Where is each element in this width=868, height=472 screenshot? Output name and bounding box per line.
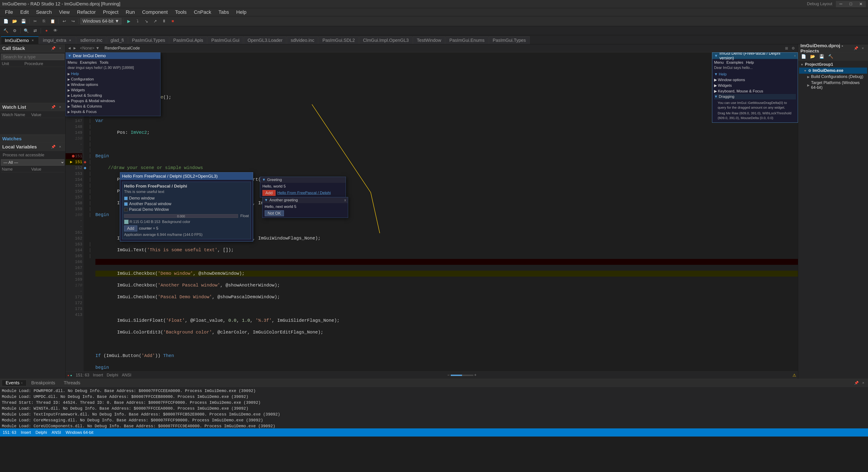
imgui-section-layout[interactable]: ▶ Layout & Scrolling bbox=[68, 93, 158, 98]
redo-button[interactable]: ↪ bbox=[69, 18, 77, 25]
pt-exe[interactable]: ▼ ⚙ ImGuiDemo.exe bbox=[799, 68, 867, 74]
editor-none-dropdown[interactable]: <None> ▼ bbox=[80, 46, 100, 51]
menu-project[interactable]: Project bbox=[100, 8, 122, 16]
bottom-content[interactable]: Module Load: POWRPROF.dll. No Debug Info… bbox=[0, 387, 868, 429]
tab-pasimgui-types2[interactable]: PasImGui.Types bbox=[489, 36, 530, 44]
step-over-button[interactable]: ⤵ bbox=[133, 18, 142, 25]
minimize-button[interactable]: ─ bbox=[836, 1, 846, 7]
imgui-section-config[interactable]: ▶ Configuration bbox=[68, 76, 158, 82]
hello-checkbox-pascal[interactable]: Another Pascal window bbox=[124, 201, 249, 207]
paste-button[interactable]: 📋 bbox=[49, 18, 57, 25]
delphi-section-widgets[interactable]: ▶ Widgets bbox=[714, 83, 796, 88]
imgui-section-widgets[interactable]: ▶ Widgets bbox=[68, 88, 158, 93]
menu-run[interactable]: Run bbox=[123, 8, 138, 16]
menu-view[interactable]: View bbox=[56, 8, 73, 16]
zoom-minus[interactable]: − bbox=[447, 373, 450, 378]
tab-pasimgui-enums[interactable]: PasImGui.Enums bbox=[445, 36, 489, 44]
projects-build[interactable]: 🔨 bbox=[827, 53, 835, 60]
build-button[interactable]: 🔨 bbox=[2, 27, 10, 34]
imgui-section-inputs[interactable]: ▶ Inputs & Focus bbox=[68, 109, 158, 115]
another-greeting-close[interactable]: x bbox=[344, 198, 346, 202]
pt-platforms[interactable]: ▶ Target Platforms (Windows 64-bit) bbox=[799, 80, 867, 91]
close-button[interactable]: ✕ bbox=[856, 1, 866, 7]
tab-pasimgui-apis[interactable]: PasImGui.Apis bbox=[169, 36, 207, 44]
tab-opengl3[interactable]: OpenGL3.Loader bbox=[244, 36, 286, 44]
menu-search[interactable]: Search bbox=[33, 8, 55, 16]
tab-imguidence[interactable]: ImGuiDemo × bbox=[1, 36, 39, 44]
menu-edit[interactable]: Edit bbox=[17, 8, 32, 16]
imgui-section-help[interactable]: ▶ Help bbox=[68, 71, 158, 76]
search-button[interactable]: 🔍 bbox=[22, 27, 30, 34]
code-editor[interactable]: ▶ 136 137 138 139 140 141 142 143 144 14… bbox=[66, 53, 798, 372]
menu-tabs[interactable]: Tabs bbox=[215, 8, 232, 16]
replace-button[interactable]: ⇄ bbox=[31, 27, 39, 34]
compile-button[interactable]: ⚙ bbox=[11, 27, 19, 34]
editor-split[interactable]: ⊞ bbox=[783, 46, 789, 51]
another-greeting-popup[interactable]: ▼ Another greeting x Hello, next world 5… bbox=[262, 197, 348, 218]
step-out-button[interactable]: ↗ bbox=[151, 18, 159, 25]
tab-testwindow[interactable]: TestWindow bbox=[413, 36, 445, 44]
hello-checkbox-demo-window[interactable]: Pascal Demo Window bbox=[124, 207, 249, 212]
tab-pasimgui-sdl2[interactable]: PasImGui.SDL2 bbox=[318, 36, 359, 44]
delphi-section-help[interactable]: ▼ Help bbox=[714, 72, 796, 77]
greeting-add-button[interactable]: Add bbox=[262, 190, 276, 196]
menu-file[interactable]: File bbox=[2, 8, 16, 16]
step-into-button[interactable]: ↘ bbox=[143, 18, 151, 25]
pt-group[interactable]: ▼ ProjectGroup1 bbox=[799, 61, 867, 68]
copy-button[interactable]: ⎘ bbox=[40, 18, 48, 25]
tab-pasimgui-gui[interactable]: PasImGui.Gui bbox=[208, 36, 243, 44]
float-slider[interactable]: 0.000 bbox=[124, 214, 238, 218]
cut-button[interactable]: ✂ bbox=[31, 18, 39, 25]
menu-component[interactable]: Component bbox=[139, 8, 171, 16]
bottom-panel-close[interactable]: × bbox=[860, 380, 866, 385]
not-ok-button[interactable]: Not OK bbox=[265, 210, 284, 216]
tab-glad[interactable]: glad_fi bbox=[107, 36, 128, 44]
delphi-close[interactable]: × bbox=[794, 54, 796, 58]
imgui-demo-delphi[interactable]: ▼ ImGui Demo (FreePascal / Delphi versio… bbox=[712, 53, 798, 123]
projects-open[interactable]: 📂 bbox=[809, 53, 817, 60]
imgui-section-tables[interactable]: ▶ Tables & Columns bbox=[68, 104, 158, 109]
hello-popup[interactable]: Hello From FreePascal / Delphi (SDL2+Ope… bbox=[120, 172, 253, 242]
projects-save[interactable]: 💾 bbox=[817, 53, 826, 60]
pause-button[interactable]: ⏸ bbox=[160, 18, 168, 25]
tab-clmgui[interactable]: ClmGui.Impl.OpenGL3 bbox=[359, 36, 412, 44]
open-button[interactable]: 📂 bbox=[11, 18, 19, 25]
imgui-demo-popup[interactable]: ▼ Dear ImGui Demo Menu Examples Tools de… bbox=[66, 53, 160, 116]
zoom-slider[interactable] bbox=[451, 375, 473, 376]
run-button[interactable]: ▶ bbox=[125, 18, 133, 25]
add-button[interactable]: Add bbox=[124, 225, 137, 231]
bottom-panel-pin[interactable]: 📌 bbox=[854, 380, 860, 385]
watch-list-pin[interactable]: 📌 bbox=[51, 105, 56, 109]
pt-build[interactable]: ▶ Build Configurations (Debug) bbox=[799, 74, 867, 80]
delphi-section-window[interactable]: ▶ Window options bbox=[714, 77, 796, 83]
menu-help[interactable]: Help bbox=[233, 8, 250, 16]
tab-events[interactable]: Events × bbox=[2, 380, 26, 386]
editor-nav-forward[interactable]: ► bbox=[73, 46, 77, 51]
zoom-plus[interactable]: + bbox=[474, 373, 477, 378]
projects-new[interactable]: 📄 bbox=[800, 53, 808, 60]
stop-button[interactable]: ■ bbox=[169, 18, 177, 25]
watch-button[interactable]: 👁 bbox=[51, 27, 59, 34]
tab-events-close[interactable]: × bbox=[21, 381, 23, 385]
call-stack-close[interactable]: × bbox=[57, 46, 63, 51]
maximize-button[interactable]: □ bbox=[846, 1, 856, 7]
undo-button[interactable]: ↩ bbox=[60, 18, 68, 25]
local-vars-dropdown[interactable]: — All — bbox=[1, 159, 64, 166]
projects-pin[interactable]: 📌 bbox=[853, 46, 859, 51]
tab-imguidemo-close[interactable]: × bbox=[31, 38, 35, 42]
tab-imgui-extra[interactable]: imgui_extra × bbox=[39, 36, 76, 44]
platform-dropdown[interactable]: Windows 64-bit ▼ bbox=[81, 18, 121, 24]
hello-checkbox-demo[interactable]: Demo window bbox=[124, 195, 249, 201]
tab-sdlerror[interactable]: sdlerror.inc bbox=[76, 36, 106, 44]
tab-breakpoints[interactable]: Breakpoints bbox=[27, 380, 59, 386]
watch-list-close[interactable]: × bbox=[57, 105, 63, 109]
tab-imgui-extra-close[interactable]: × bbox=[68, 38, 72, 42]
editor-nav-back[interactable]: ◄ bbox=[67, 46, 71, 51]
imgui-section-window[interactable]: ▶ Window options bbox=[68, 82, 158, 88]
greeting-popup[interactable]: ▼ Greeting Hello, world 5 Add Hello From… bbox=[260, 177, 346, 197]
call-stack-pin[interactable]: 📌 bbox=[51, 46, 56, 51]
menu-tools[interactable]: Tools bbox=[172, 8, 190, 16]
local-vars-close[interactable]: × bbox=[57, 145, 63, 149]
tab-threads[interactable]: Threads bbox=[60, 380, 84, 386]
breakpoint-button[interactable]: ● bbox=[42, 27, 51, 34]
